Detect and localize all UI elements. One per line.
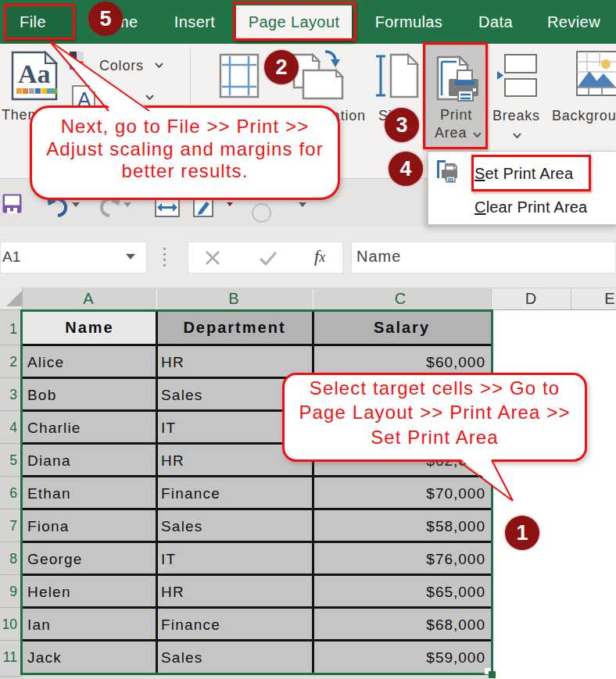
svg-text:Aa: Aa: [18, 59, 51, 88]
